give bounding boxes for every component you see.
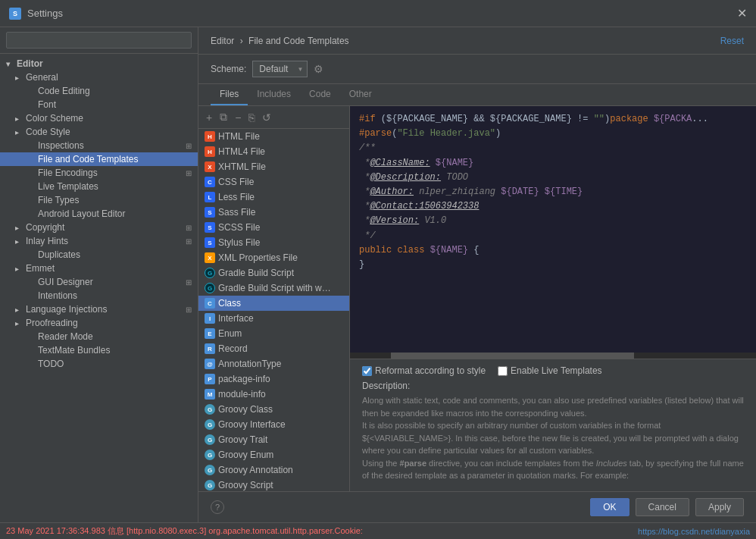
- sidebar-item-copyright[interactable]: ▸ Copyright ⊞: [0, 221, 198, 234]
- file-item-class[interactable]: C Class: [198, 296, 349, 311]
- sidebar-label-file-types: File Types: [38, 195, 79, 205]
- sidebar-label-intentions: Intentions: [38, 290, 77, 301]
- live-templates-checkbox[interactable]: [498, 366, 508, 376]
- sidebar-item-inlay-hints[interactable]: ▸ Inlay Hints ⊞: [0, 234, 198, 248]
- sidebar-item-editor[interactable]: ▾ Editor: [0, 57, 198, 71]
- expand-arrow: ▸: [15, 224, 26, 232]
- file-item-gradle-wrapper[interactable]: G Gradle Build Script with wrapp: [198, 280, 349, 296]
- sidebar-item-language-injections[interactable]: ▸ Language Injections ⊞: [0, 302, 198, 316]
- file-item-interface[interactable]: I Interface: [198, 311, 349, 326]
- sidebar-item-code-style[interactable]: ▸ Code Style: [0, 125, 198, 139]
- stylus-file-icon: S: [205, 237, 215, 248]
- tab-files[interactable]: Files: [211, 84, 248, 105]
- sidebar-item-proofreading[interactable]: ▸ Proofreading: [0, 316, 198, 330]
- groovy-interface-icon: G: [205, 419, 215, 430]
- file-item-package-info[interactable]: P package-info: [198, 371, 349, 387]
- scheme-select-wrapper: Default Project: [252, 61, 308, 77]
- reset-button[interactable]: Reset: [720, 36, 744, 46]
- sidebar-item-intentions[interactable]: Intentions: [0, 289, 198, 302]
- status-link[interactable]: https://blog.csdn.net/dianyaxia: [638, 527, 750, 536]
- file-item-label: Gradle Build Script with wrapp: [218, 283, 332, 293]
- ok-button[interactable]: OK: [590, 498, 629, 516]
- file-item-annotation-type[interactable]: @ AnnotationType: [198, 356, 349, 371]
- file-list: H HTML File H HTML4 File X XHTML File: [198, 129, 349, 491]
- file-item-groovy-enum[interactable]: G Groovy Enum: [198, 447, 349, 462]
- file-item-gradle-build-script[interactable]: G Gradle Build Script: [198, 265, 349, 280]
- file-item-html-file[interactable]: H HTML File: [198, 129, 349, 144]
- file-item-groovy-class[interactable]: G Groovy Class: [198, 402, 349, 417]
- sidebar-item-font[interactable]: Font: [0, 98, 198, 111]
- tab-other[interactable]: Other: [340, 84, 381, 105]
- sidebar-item-general[interactable]: ▸ General: [0, 71, 198, 84]
- copy-template-button[interactable]: ⧉: [217, 109, 230, 125]
- remove-template-button[interactable]: −: [232, 110, 244, 125]
- file-item-css-file[interactable]: C CSS File: [198, 174, 349, 190]
- groovy-trait-icon: G: [205, 434, 215, 445]
- reformat-checkbox[interactable]: [362, 366, 372, 376]
- sidebar-item-emmet[interactable]: ▸ Emmet: [0, 262, 198, 275]
- file-item-groovy-annotation[interactable]: G Groovy Annotation: [198, 462, 349, 478]
- file-item-label: module-info: [218, 389, 266, 400]
- sidebar-item-textmate-bundles[interactable]: TextMate Bundles: [0, 343, 198, 357]
- file-item-groovy-script[interactable]: G Groovy Script: [198, 478, 349, 491]
- sidebar-item-color-scheme[interactable]: ▸ Color Scheme: [0, 111, 198, 125]
- tabs-row: Files Includes Code Other: [198, 84, 756, 106]
- help-icon[interactable]: ?: [211, 500, 224, 514]
- file-item-xml-properties[interactable]: X XML Properties File: [198, 250, 349, 265]
- sidebar-item-duplicates[interactable]: Duplicates: [0, 248, 198, 262]
- enum-file-icon: E: [205, 328, 215, 339]
- sidebar-label-color-scheme: Color Scheme: [26, 113, 83, 124]
- duplicate-template-button[interactable]: ⎘: [245, 110, 258, 125]
- sidebar-item-inspections[interactable]: Inspections ⊞: [0, 139, 198, 152]
- file-item-less-file[interactable]: L Less File: [198, 190, 349, 205]
- expand-arrow: ▸: [15, 265, 26, 273]
- search-input[interactable]: [6, 32, 192, 49]
- code-scrollbar[interactable]: [350, 353, 756, 359]
- sidebar-item-todo[interactable]: TODO: [0, 357, 198, 371]
- file-item-module-info[interactable]: M module-info: [198, 387, 349, 402]
- file-item-xhtml-file[interactable]: X XHTML File: [198, 159, 349, 174]
- live-templates-checkbox-label[interactable]: Enable Live Templates: [498, 365, 602, 376]
- sidebar-item-code-editing[interactable]: Code Editing: [0, 84, 198, 98]
- sidebar-item-gui-designer[interactable]: GUI Designer ⊞: [0, 275, 198, 289]
- sidebar-item-file-code-templates[interactable]: File and Code Templates: [0, 152, 198, 166]
- file-item-groovy-trait[interactable]: G Groovy Trait: [198, 432, 349, 447]
- file-item-groovy-interface[interactable]: G Groovy Interface: [198, 417, 349, 432]
- code-scrollbar-thumb: [391, 353, 635, 359]
- close-button[interactable]: ✕: [737, 6, 747, 20]
- sidebar-item-android-layout-editor[interactable]: Android Layout Editor: [0, 207, 198, 221]
- sidebar-label-code-style: Code Style: [26, 127, 70, 137]
- file-item-stylus-file[interactable]: S Stylus File: [198, 235, 349, 250]
- file-item-scss-file[interactable]: S SCSS File: [198, 220, 349, 235]
- file-item-html4-file[interactable]: H HTML4 File: [198, 144, 349, 159]
- sidebar-item-file-types[interactable]: File Types: [0, 193, 198, 207]
- groovy-annotation-icon: G: [205, 465, 215, 475]
- file-item-label: Gradle Build Script: [218, 268, 294, 278]
- tab-code[interactable]: Code: [300, 84, 340, 105]
- scheme-row: Scheme: Default Project ⚙: [198, 55, 756, 84]
- scheme-select[interactable]: Default Project: [252, 61, 308, 77]
- sidebar-label-editor: Editor: [17, 58, 43, 69]
- cancel-button[interactable]: Cancel: [636, 498, 689, 516]
- code-editor[interactable]: #if (${PACKAGE_NAME} && ${PACKAGE_NAME} …: [350, 106, 756, 353]
- reset-template-button[interactable]: ↺: [259, 110, 274, 125]
- sidebar-label-language-injections: Language Injections: [26, 304, 107, 315]
- reformat-checkbox-label[interactable]: Reformat according to style: [362, 365, 486, 376]
- sidebar-item-live-templates[interactable]: Live Templates: [0, 180, 198, 193]
- code-line-7: *@Contact:15063942338: [359, 199, 747, 214]
- sidebar-label-code-editing: Code Editing: [38, 86, 90, 96]
- sidebar-item-file-encodings[interactable]: File Encodings ⊞: [0, 166, 198, 180]
- file-item-sass-file[interactable]: S Sass File: [198, 205, 349, 220]
- tab-includes[interactable]: Includes: [248, 84, 300, 105]
- sidebar-item-reader-mode[interactable]: Reader Mode: [0, 330, 198, 343]
- add-template-button[interactable]: +: [203, 110, 215, 125]
- app-icon: S: [9, 8, 21, 20]
- gear-icon[interactable]: ⚙: [314, 63, 323, 75]
- file-item-enum[interactable]: E Enum: [198, 326, 349, 341]
- file-item-label: Sass File: [218, 207, 255, 218]
- file-item-record[interactable]: R Record: [198, 341, 349, 356]
- code-line-2: #parse("File Header.java"): [359, 127, 747, 141]
- badge-icon-inspections: ⊞: [186, 142, 192, 150]
- apply-button[interactable]: Apply: [695, 498, 744, 516]
- file-item-label: XML Properties File: [218, 252, 298, 263]
